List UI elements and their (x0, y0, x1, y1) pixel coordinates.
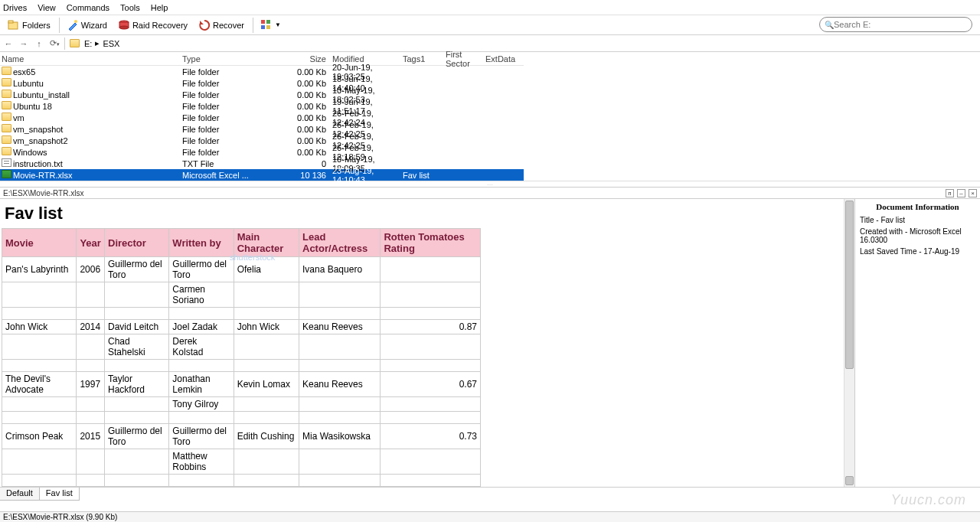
sheet-cell: 0.87 (381, 320, 481, 334)
sheet-row[interactable]: John Wick2014David LeitchJoel ZadakJohn … (2, 320, 481, 334)
folders-button[interactable]: Folders (3, 18, 55, 33)
file-row[interactable]: WindowsFile folder0.00 Kb26-Feb-19, 12:1… (0, 146, 524, 158)
sheet-cell (234, 334, 299, 360)
separator (253, 18, 253, 33)
sheet-cell: Joel Zadak (169, 320, 234, 334)
menu-drives[interactable]: Drives (3, 3, 27, 12)
menu-commands[interactable]: Commands (67, 3, 109, 12)
pin-button[interactable]: п (946, 189, 954, 197)
folder-icon (2, 113, 11, 121)
folder-icon (2, 78, 11, 86)
col-tags[interactable]: Tags1⌄ (403, 54, 446, 64)
col-sector[interactable]: First Sector (446, 50, 485, 68)
sheet-row[interactable]: Chad StahelskiDerek Kolstad (2, 334, 481, 360)
wizard-button[interactable]: Wizard (62, 18, 112, 33)
sheet-cell: Kevin Lomax (234, 372, 299, 397)
file-row[interactable]: vmFile folder0.00 Kb26-Feb-19, 12:42:24 (0, 112, 524, 123)
info-saved: Last Saved Time - 17-Aug-19 (860, 247, 975, 256)
file-row[interactable]: instruction.txtTXT File010-May-19, 18:09… (0, 158, 524, 169)
wizard-icon (67, 19, 79, 31)
sheet-cell (234, 412, 299, 424)
sheet-cell: Keanu Reeves (299, 320, 381, 334)
file-row[interactable]: Ubuntu 18File folder0.00 Kb19-Jun-19, 11… (0, 100, 524, 112)
file-list: Name⌄ Type⌄ Size Modified⌄ Tags1⌄ First … (0, 52, 524, 181)
col-extdata[interactable]: ExtData (485, 54, 522, 64)
col-modified[interactable]: Modified⌄ (332, 54, 403, 64)
splitter[interactable]: ⋯ (0, 181, 980, 187)
options-button[interactable]: ▼ (256, 18, 286, 33)
sheet-cell: David Leitch (105, 320, 169, 334)
sheet-row[interactable]: Django Unchained2012Quentin TarantinoQue… (2, 487, 481, 488)
folder-icon (2, 90, 11, 98)
sheet-tab[interactable]: Fav list (39, 488, 80, 501)
sheet-col: Lead Actor/Actress (299, 229, 381, 257)
svg-rect-6 (261, 20, 265, 24)
sheet-cell: Guillermo del Toro (105, 257, 169, 282)
crumb-folder: ESX (103, 39, 119, 48)
svg-point-2 (74, 20, 77, 23)
forward-button[interactable]: → (18, 39, 29, 48)
scroll-thumb[interactable] (845, 201, 854, 369)
sheet-cell: Edith Cushing (234, 424, 299, 449)
file-row[interactable]: LubuntuFile folder0.00 Kb18-Jun-19, 14:4… (0, 77, 524, 89)
sheet-cell (77, 449, 105, 475)
file-row[interactable]: Lubuntu_installFile folder0.00 Kb10-May-… (0, 89, 524, 100)
col-type[interactable]: Type⌄ (182, 54, 273, 64)
sheet-cell (234, 475, 299, 487)
preview-path: E:\ESX\Movie-RTR.xlsx (3, 189, 83, 197)
sheet-row[interactable] (2, 360, 481, 372)
col-size[interactable]: Size (273, 54, 332, 64)
sheet-row[interactable]: Crimson Peak2015Guillermo del ToroGuille… (2, 424, 481, 449)
sheet-row[interactable] (2, 308, 481, 320)
menu-tools[interactable]: Tools (120, 3, 140, 12)
sheet-cell (381, 397, 481, 412)
crumb-drive: E: (84, 39, 92, 48)
menu-help[interactable]: Help (151, 3, 168, 12)
search-input[interactable] (834, 20, 967, 29)
search-box[interactable]: 🔍 (819, 17, 972, 32)
sheet-cell (381, 334, 481, 360)
refresh-button[interactable]: ⟳▾ (49, 38, 60, 48)
sheet-cell (2, 308, 77, 320)
vertical-scrollbar[interactable] (844, 199, 854, 487)
file-row[interactable]: Movie-RTR.xlsxMicrosoft Excel ...10 1362… (0, 169, 524, 181)
sheet-row[interactable]: Matthew Robbins (2, 449, 481, 475)
sheet-cell (381, 449, 481, 475)
drive-icon (70, 39, 80, 47)
up-button[interactable]: ↑ (34, 39, 44, 48)
svg-rect-7 (266, 20, 270, 24)
raid-icon (118, 19, 130, 31)
sheet-cell: Guillermo del Toro (169, 257, 234, 282)
col-name[interactable]: Name⌄ (0, 54, 182, 64)
sheet-cell (77, 412, 105, 424)
sheet-cell: John Wick (2, 320, 77, 334)
close-preview-button[interactable]: × (969, 189, 977, 197)
sheet-row[interactable]: Carmen Soriano (2, 282, 481, 308)
back-button[interactable]: ← (3, 39, 14, 48)
sheet-row[interactable] (2, 412, 481, 424)
menu-view[interactable]: View (38, 3, 56, 12)
sheet-cell: Jamie Foxx (299, 487, 381, 488)
file-row[interactable]: vm_snapshot2File folder0.00 Kb26-Feb-19,… (0, 135, 524, 146)
sheet-cell (299, 449, 381, 475)
svg-point-5 (119, 26, 129, 29)
sheet-cell: Quentin Tarantino (105, 487, 169, 488)
sheet-cell (299, 334, 381, 360)
sheet-cell (77, 475, 105, 487)
sheet-tab[interactable]: Default (0, 488, 40, 501)
sheet-row[interactable]: The Devil's Advocate1997Taylor HackfordJ… (2, 372, 481, 397)
recover-button[interactable]: Recover (194, 18, 249, 33)
sheet-cell (77, 334, 105, 360)
raid-recovery-button[interactable]: Raid Recovery (113, 18, 192, 33)
file-row[interactable]: vm_snapshotFile folder0.00 Kb26-Feb-19, … (0, 123, 524, 135)
sheet-cell (299, 282, 381, 308)
sheet-row[interactable]: Tony Gilroy (2, 397, 481, 412)
minimize-button[interactable]: – (957, 189, 965, 197)
sheet-cell (234, 360, 299, 372)
scroll-thumb[interactable] (845, 476, 854, 485)
breadcrumb[interactable]: E: ▸ ESX (70, 38, 119, 48)
dropdown-arrow-icon: ▼ (275, 21, 281, 28)
sheet-row[interactable] (2, 475, 481, 487)
sheet-cell: 2014 (77, 320, 105, 334)
sheet-cell: Jonathan Lemkin (169, 372, 234, 397)
